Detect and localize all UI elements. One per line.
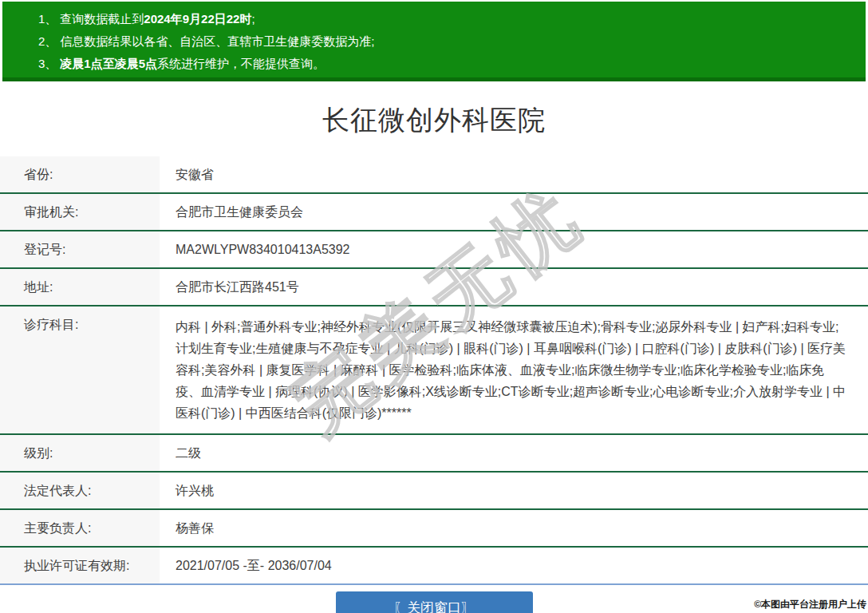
row-label: 省份: [0,156,160,192]
row-value: 2021/07/05 -至- 2036/07/04 [160,548,868,583]
row-label: 地址: [0,269,160,305]
notice-text-bold: 凌晨1点至凌晨5点 [60,57,157,70]
notice-text: 信息数据结果以各省、自治区、直辖市卫生健康委数据为准; [60,34,374,48]
row-value: 安徽省 [160,156,868,192]
footer-credit: ©本图由平台注册用户上传 [754,598,866,611]
notice-line-3: 3、凌晨1点至凌晨5点系统进行维护，不能提供查询。 [38,53,858,75]
row-label: 法定代表人: [0,473,160,508]
notice-text: 系统进行维护，不能提供查询。 [157,57,325,70]
row-label: 登记号: [0,231,160,267]
notice-text: 查询数据截止到 [60,12,144,26]
row-value: 合肥市卫生健康委员会 [160,194,868,230]
notice-number: 3、 [38,57,57,70]
row-label: 诊疗科目: [0,306,160,433]
table-row-medical-subjects: 诊疗科目: 内科 | 外科;普通外科专业;神经外科专业(仅限开展三叉神经微球囊被… [0,306,868,435]
row-label: 审批机关: [0,194,160,230]
table-row-principal: 主要负责人: 杨善保 [0,510,868,548]
notice-line-2: 2、信息数据结果以各省、自治区、直辖市卫生健康委数据为准; [38,30,858,53]
table-row-legal-representative: 法定代表人: 许兴桃 [0,473,868,510]
row-value: 杨善保 [160,510,868,546]
button-area: 〖关闭窗口〗 [0,591,868,613]
table-row-level: 级别: 二级 [0,435,868,473]
table-row-registration-number: 登记号: MA2WLYPW834010413A5392 [0,231,868,269]
row-value: 内科 | 外科;普通外科专业;神经外科专业(仅限开展三叉神经微球囊被压迫术);骨… [160,306,868,433]
table-row-province: 省份: 安徽省 [0,156,868,194]
notice-number: 1、 [38,12,57,26]
table-row-address: 地址: 合肥市长江西路451号 [0,269,868,306]
notice-banner: 1、查询数据截止到2024年9月22日22时; 2、信息数据结果以各省、自治区、… [2,2,866,81]
row-label: 执业许可证有效期: [0,548,160,583]
table-row-license-validity: 执业许可证有效期: 2021/07/05 -至- 2036/07/04 [0,548,868,583]
row-value: 许兴桃 [160,473,868,508]
row-value: 合肥市长江西路451号 [160,269,868,305]
row-label: 主要负责人: [0,510,160,546]
notice-text-bold: 2024年9月22日22时 [144,12,251,26]
row-value: MA2WLYPW834010413A5392 [160,231,868,267]
row-value: 二级 [160,435,868,471]
notice-text: ; [251,12,254,26]
hospital-info-table: 省份: 安徽省 审批机关: 合肥市卫生健康委员会 登记号: MA2WLYPW83… [0,156,868,585]
row-label: 级别: [0,435,160,471]
notice-number: 2、 [38,34,57,48]
close-window-button[interactable]: 〖关闭窗口〗 [336,591,533,613]
notice-line-1: 1、查询数据截止到2024年9月22日22时; [38,8,858,30]
page-title: 长征微创外科医院 [0,102,868,139]
table-row-approval-authority: 审批机关: 合肥市卫生健康委员会 [0,194,868,231]
